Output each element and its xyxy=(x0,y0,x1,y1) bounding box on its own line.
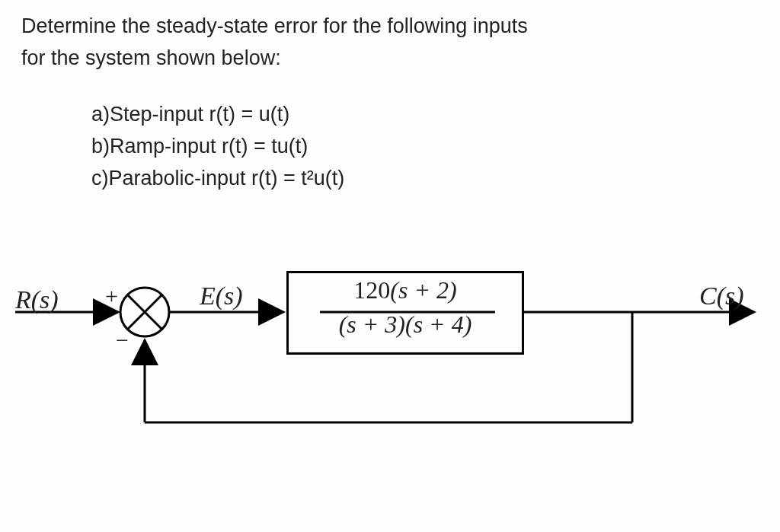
block-diagram: R(s) + − E(s) 120(s + 2) (s + 3)(s + 4) … xyxy=(0,244,780,472)
tf-gain: 120 xyxy=(353,276,390,304)
question-text: Determine the steady-state error for the… xyxy=(21,11,759,75)
minus-sign-label: − xyxy=(116,327,129,353)
input-signal-label: R(s) xyxy=(15,285,59,314)
question-parts: a)Step-input r(t) = u(t) b)Ramp-input r(… xyxy=(91,99,344,195)
transfer-function-denominator: (s + 3)(s + 4) xyxy=(289,307,522,342)
output-signal-label: C(s) xyxy=(699,282,744,311)
transfer-function-block: 120(s + 2) (s + 3)(s + 4) xyxy=(286,271,524,355)
part-c: c)Parabolic-input r(t) = t²u(t) xyxy=(91,163,344,195)
transfer-function-numerator: 120(s + 2) xyxy=(289,273,522,307)
plus-sign-label: + xyxy=(105,283,118,309)
part-b: b)Ramp-input r(t) = tu(t) xyxy=(91,131,344,163)
question-line2: for the system shown below: xyxy=(21,46,281,69)
tf-pole2: (s + 4) xyxy=(405,311,472,338)
tf-pole1: (s + 3) xyxy=(339,311,405,338)
part-a: a)Step-input r(t) = u(t) xyxy=(91,99,344,131)
question-line1: Determine the steady-state error for the… xyxy=(21,14,528,37)
tf-zero-term: (s + 2) xyxy=(390,276,456,304)
error-signal-label: E(s) xyxy=(200,282,243,311)
